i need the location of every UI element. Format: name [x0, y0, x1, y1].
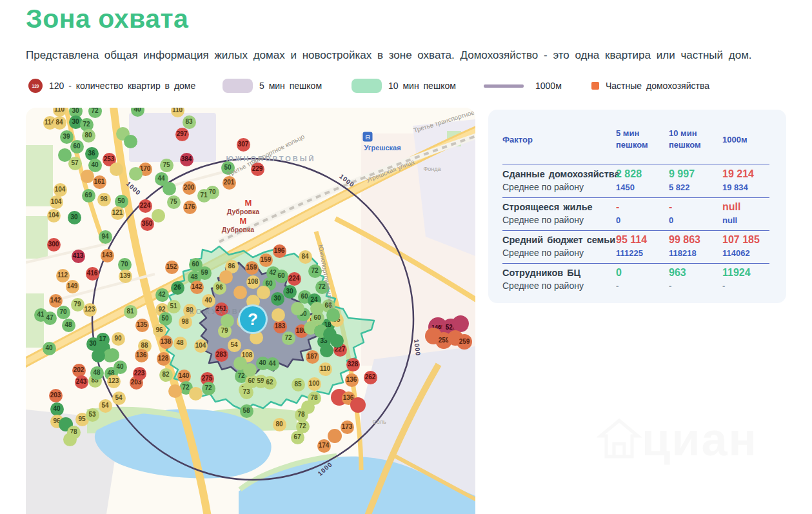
row-name: Средний бюджет семьи	[502, 235, 615, 245]
row-avg-label: Среднее по району	[502, 215, 584, 225]
map-label-metro: Дубровка	[227, 208, 259, 215]
row-avg-label: Среднее по району	[502, 182, 584, 192]
col-header-factor: Фактор	[502, 134, 533, 146]
col-header-10min: 10 мин пешком	[669, 128, 710, 150]
cell-avg: 0	[669, 215, 673, 225]
map-label-poi: Фонда	[423, 166, 441, 172]
legend-item-5min: 5 мин пешком	[223, 77, 322, 94]
private-households-square-icon	[591, 82, 599, 90]
cell-avg: 111225	[616, 248, 643, 258]
cell-value: 2 828	[616, 168, 642, 180]
divider	[502, 230, 769, 231]
row-name: Сданные домохозяйства	[502, 169, 620, 179]
map-label-ring: 1000	[413, 339, 422, 356]
row-name: Строящееся жилье	[502, 202, 593, 212]
divider	[502, 197, 769, 198]
cell-avg: 5 822	[669, 183, 690, 192]
row-avg-label: Среднее по району	[502, 281, 584, 291]
map-label-ring: 1000	[317, 460, 334, 477]
cell-value: 0	[616, 267, 622, 279]
cell-avg: 1450	[616, 183, 635, 192]
map-label-road: Угрешская улица	[365, 158, 415, 184]
cell-value: 99 863	[669, 234, 700, 246]
col-header-1000m: 1000м	[722, 134, 748, 146]
apartments-count-dot-icon: 120	[28, 79, 43, 93]
cell-avg: null	[722, 215, 737, 225]
legend-label: 10 мин пешком	[388, 81, 456, 91]
legend-item-apartments: 120 120 - количество квартир в доме	[28, 77, 195, 94]
cell-value: 95 114	[616, 234, 647, 246]
cell-value: -	[616, 201, 619, 213]
map-label-road: Третье транспортное кольцо	[413, 108, 475, 134]
watermark-text: циан	[642, 413, 758, 466]
map-label-metro: Дубровка	[222, 226, 254, 233]
coverage-map[interactable]: 1103072401101148430723980832973072296036…	[26, 108, 475, 514]
house-icon	[597, 417, 642, 462]
cell-avg: 19 834	[722, 183, 748, 192]
cell-value: 107 185	[722, 234, 760, 246]
map-label-station: Угрешская	[364, 144, 401, 152]
legend-label: Частные домохозяйства	[606, 81, 709, 91]
page-subtitle: Представлена общая информация жилых дома…	[26, 49, 752, 62]
row-name: Сотрудников БЦ	[502, 268, 580, 278]
cell-value: 963	[669, 267, 686, 279]
train-station-icon: ⊟	[363, 132, 373, 142]
cell-avg: -	[616, 281, 619, 291]
map-label-road: Южнопортовая улица	[317, 244, 335, 309]
stats-table: Фактор 5 мин пешком 10 мин пешком 1000м …	[488, 110, 786, 303]
cell-avg: 0	[616, 215, 620, 225]
coverage-zone-page: Зона охвата Представлена общая информаци…	[0, 0, 812, 514]
map-label-poi: Соль	[372, 419, 386, 425]
cell-value: 11924	[722, 267, 751, 279]
legend-label: 120 - количество квартир в доме	[49, 81, 195, 91]
map-label-ring: 1000	[338, 173, 355, 189]
zone-10min-swatch-icon	[352, 79, 382, 93]
cian-watermark: циан	[597, 413, 758, 466]
zone-5min-swatch-icon	[223, 79, 253, 93]
center-question-marker[interactable]: ?	[238, 304, 268, 334]
cell-avg: 114062	[722, 248, 750, 258]
metro-icon: М	[245, 198, 252, 208]
cell-avg: 118218	[669, 248, 697, 258]
map-label-ring: 1000	[125, 180, 143, 197]
cell-avg: -	[669, 281, 671, 291]
cell-value: 9 997	[669, 168, 695, 180]
legend-label: 5 мин пешком	[259, 81, 322, 91]
cell-value: 19 214	[722, 168, 754, 180]
cell-value: -	[669, 201, 672, 213]
cell-value: null	[722, 201, 740, 213]
cell-avg: -	[722, 281, 725, 291]
page-title: Зона охвата	[26, 4, 188, 34]
ring-1000m-line-icon	[484, 84, 524, 88]
legend-item-private: Частные домохозяйства	[591, 77, 709, 94]
metro-icon: М	[240, 216, 247, 226]
legend-item-1000m: 1000м	[484, 77, 562, 94]
legend-item-10min: 10 мин пешком	[352, 77, 456, 94]
legend-label: 1000м	[535, 81, 562, 91]
row-avg-label: Среднее по району	[502, 248, 584, 258]
divider	[502, 263, 769, 264]
divider	[502, 164, 769, 164]
map-label-district2: КОЖУХОВО	[190, 308, 246, 315]
col-header-5min: 5 мин пешком	[616, 128, 655, 150]
